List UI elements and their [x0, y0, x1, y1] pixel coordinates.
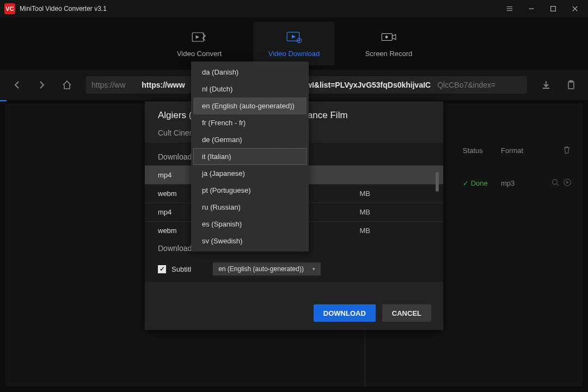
language-select-value: en (English (auto-generated))	[218, 265, 304, 273]
locate-icon[interactable]	[551, 178, 560, 188]
titlebar: VC MiniTool Video Converter v3.1	[0, 0, 588, 17]
forward-icon[interactable]	[36, 79, 48, 91]
subtitle-label: Subtitl	[171, 265, 191, 273]
minimize-button[interactable]	[520, 0, 542, 17]
col-status: Status	[463, 146, 501, 155]
size-label: MB	[360, 189, 371, 198]
app-title: MiniTool Video Converter v3.1	[20, 5, 107, 13]
tab-video-download[interactable]: Video Download	[253, 22, 335, 65]
download-icon[interactable]	[540, 79, 552, 91]
svg-point-8	[553, 179, 558, 184]
language-option[interactable]: en (English (auto-generated))	[193, 97, 307, 114]
chevron-down-icon: ▾	[313, 266, 315, 272]
close-button[interactable]	[564, 0, 586, 17]
tab-label: Video Convert	[177, 50, 222, 58]
tab-screen-record[interactable]: Screen Record	[348, 22, 430, 65]
col-format: Format	[501, 146, 539, 155]
language-option[interactable]: es (Spanish)	[193, 216, 307, 232]
language-option[interactable]: fr (French - fr)	[193, 114, 307, 131]
download-button[interactable]: DOWNLOAD	[314, 304, 376, 322]
language-option[interactable]: da (Danish)	[193, 64, 307, 81]
tab-label: Screen Record	[365, 50, 413, 58]
language-dropdown: da (Danish)nl (Dutch)en (English (auto-g…	[191, 62, 309, 252]
app-logo: VC	[4, 3, 15, 14]
home-icon[interactable]	[61, 79, 73, 91]
svg-point-5	[385, 35, 388, 38]
language-option[interactable]: nl (Dutch)	[193, 81, 307, 97]
url-text-bold: https://www	[142, 81, 185, 89]
language-option[interactable]: de (German)	[193, 131, 307, 148]
status-badge: Done	[463, 179, 501, 187]
language-option[interactable]: ru (Russian)	[193, 199, 307, 216]
tab-label: Video Download	[268, 50, 320, 58]
back-icon[interactable]	[11, 79, 23, 91]
tab-video-convert[interactable]: Video Convert	[158, 22, 240, 65]
language-option[interactable]: pt (Portuguese)	[193, 182, 307, 199]
subtitle-checkbox[interactable]: ✓	[158, 265, 166, 273]
url-text: https://ww	[91, 81, 125, 89]
svg-rect-0	[551, 7, 556, 11]
format-value: mp3	[501, 179, 539, 187]
hamburger-icon[interactable]	[499, 0, 520, 17]
size-label: MB	[360, 226, 371, 235]
url-text-tail: QlcCBo7&index=	[437, 81, 495, 89]
language-option[interactable]: it (Italian)	[193, 148, 307, 165]
maximize-button[interactable]	[542, 0, 564, 17]
url-text-bold-2: -JwI&list=PLVyxJvG53fqDs0khijvaIC	[299, 81, 431, 89]
size-label: MB	[360, 208, 371, 216]
language-option[interactable]: sv (Swedish)	[193, 232, 307, 249]
trash-icon[interactable]	[562, 145, 572, 156]
svg-rect-6	[568, 82, 574, 89]
play-icon[interactable]	[563, 178, 572, 188]
scrollbar-thumb[interactable]	[436, 172, 439, 192]
cancel-button[interactable]: CANCEL	[382, 304, 431, 322]
clipboard-icon[interactable]	[565, 79, 577, 91]
language-select[interactable]: en (English (auto-generated)) ▾	[213, 262, 321, 275]
language-option[interactable]: ja (Japanese)	[193, 165, 307, 182]
